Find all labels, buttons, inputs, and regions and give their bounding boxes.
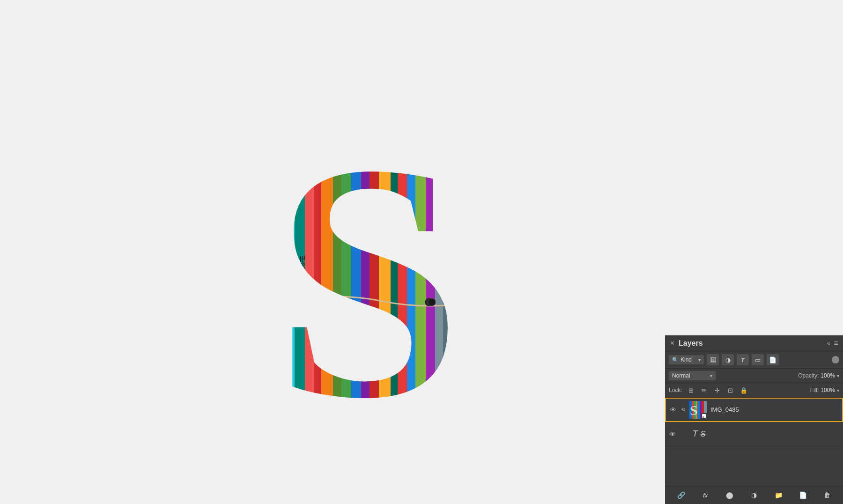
layers-panel-header: ✕ Layers « ≡ [665,335,843,351]
filter-shape-button[interactable]: ▭ [752,354,764,365]
svg-rect-37 [697,401,700,419]
fill-chevron-icon[interactable]: ▾ [837,388,839,393]
s-letter-container: S [265,76,527,428]
filter-smart-icon: 📄 [769,356,776,363]
layers-panel: ✕ Layers « ≡ 🔍 Kind ▾ 🖼 ◑ T ▭ 📄 Normal [665,335,843,504]
search-icon: 🔍 [672,357,679,363]
lock-row: Lock: ⊞ ✏ ✛ ⊡ 🔒 Fill: 100% ▾ [665,383,843,398]
mask-icon: ⬤ [726,491,733,499]
new-group-button[interactable]: 📁 [772,489,785,501]
lock-image-icon: ✏ [702,387,707,394]
layers-list: 👁 ⟲ S s [665,398,843,486]
lock-all-icon: 🔒 [740,387,747,394]
filter-adjustment-button[interactable]: ◑ [722,354,734,365]
layer-link-icon: ⟲ [681,407,685,413]
fx-icon: fx [703,492,708,499]
blend-mode-label: Normal [672,372,708,379]
layer-item[interactable]: 👁 T S [665,422,843,446]
opacity-value[interactable]: 100% [821,372,835,379]
svg-point-30 [428,298,436,306]
layer-visibility-toggle[interactable]: 👁 [669,406,677,414]
text-layer-icons: T S [680,429,839,439]
folder-icon: 📁 [775,491,783,499]
trash-icon: 🗑 [824,491,830,499]
kind-dropdown[interactable]: 🔍 Kind ▾ [669,355,704,364]
add-mask-button[interactable]: ⬤ [723,489,736,501]
lock-position-icon: ✛ [715,387,720,394]
filter-adjustment-icon: ◑ [725,356,731,363]
lock-pixels-icon: ⊞ [688,387,694,394]
lock-artboard-icon: ⊡ [728,387,733,394]
svg-rect-25 [490,76,499,428]
filter-type-icon: T [741,356,745,363]
new-layer-button[interactable]: 📄 [796,489,809,501]
filter-toggle[interactable] [832,356,839,363]
filter-image-button[interactable]: 🖼 [707,354,719,365]
fill-label: Fill: [810,387,819,393]
svg-rect-23 [464,76,473,428]
kind-label: Kind [680,356,696,363]
opacity-chevron-icon[interactable]: ▾ [837,373,839,378]
link-icon: 🔗 [677,491,685,499]
new-layer-icon: 📄 [799,491,807,499]
filter-type-button[interactable]: T [737,354,749,365]
opacity-label: Opacity: [798,372,819,379]
svg-rect-24 [476,76,488,428]
text-layer-t-icon: T [693,429,698,439]
lock-pixels-button[interactable]: ⊞ [686,385,696,395]
filter-smart-button[interactable]: 📄 [767,354,779,365]
s-letter-svg: S [265,76,527,428]
filter-shape-icon: ▭ [755,356,761,363]
delete-layer-button[interactable]: 🗑 [821,489,834,501]
blend-mode-row: Normal ▾ Opacity: 100% ▾ [665,369,843,383]
svg-text:S: S [690,402,698,418]
kind-chevron-icon: ▾ [698,357,701,363]
layer-item[interactable]: 👁 ⟲ S s [665,398,843,422]
svg-text:s: s [702,415,704,419]
layer-name: IMG_0485 [710,406,839,413]
layers-toolbar: 🔗 fx ⬤ ◑ 📁 📄 🗑 [665,486,843,504]
fill-section: Fill: 100% ▾ [810,387,839,393]
fx-button[interactable]: fx [699,489,712,501]
layer-thumbnail: S s [689,401,707,419]
text-layer-s-icon: S [701,430,706,438]
svg-point-28 [334,295,341,303]
filter-row: 🔍 Kind ▾ 🖼 ◑ T ▭ 📄 [665,351,843,369]
fill-value[interactable]: 100% [821,387,835,393]
svg-text:SURFE: SURFE [299,256,306,278]
layers-menu-button[interactable]: ≡ [834,339,838,348]
lock-image-button[interactable]: ✏ [699,385,710,395]
svg-rect-26 [499,76,527,428]
layer-visibility-toggle[interactable]: 👁 [669,430,677,438]
svg-rect-2 [265,76,274,428]
adjustment-layer-button[interactable]: ◑ [747,489,761,501]
lock-position-button[interactable]: ✛ [712,385,723,395]
svg-rect-32 [265,76,527,133]
layers-collapse-button[interactable]: « [827,340,830,347]
lock-artboard-button[interactable]: ⊡ [725,385,736,395]
lock-all-button[interactable]: 🔒 [739,385,749,395]
adjustment-icon: ◑ [751,491,757,499]
blend-mode-dropdown[interactable]: Normal ▾ [669,371,716,380]
link-layers-button[interactable]: 🔗 [674,489,688,501]
layers-close-button[interactable]: ✕ [670,340,675,347]
filter-image-icon: 🖼 [710,356,716,363]
blend-mode-chevron-icon: ▾ [710,373,712,378]
lock-label: Lock: [669,387,682,393]
layers-panel-title: Layers [679,339,827,348]
opacity-section: Opacity: 100% ▾ [798,372,839,379]
